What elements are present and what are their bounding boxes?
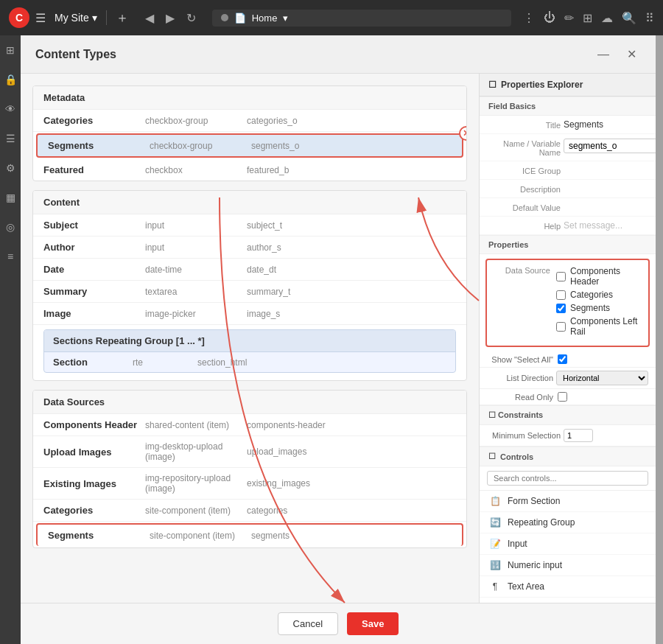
sidebar-icon-eye[interactable]: 👁 xyxy=(1,100,19,118)
modal-title: Content Types xyxy=(35,48,116,61)
prop-help-row: Help Set message... xyxy=(480,217,656,235)
field-date: Date date-time date_dt xyxy=(33,259,466,281)
prop-help-label: Help xyxy=(487,220,561,231)
field-var-summary: summary_t xyxy=(247,287,290,297)
control-text-area[interactable]: ¶ Text Area xyxy=(480,576,656,598)
nested-field-type-section: rte xyxy=(133,357,192,368)
site-selector[interactable]: My Site ▾ xyxy=(55,12,97,24)
power-icon[interactable]: ⏻ xyxy=(544,11,555,25)
nested-field-name-section: Section xyxy=(53,357,127,368)
control-rich-text-editor[interactable]: </> Rich Text Editor xyxy=(480,598,656,603)
controls-title: ☐ Controls xyxy=(480,447,656,466)
nested-section-field: Section rte section_html xyxy=(44,352,455,372)
input-icon: 📝 xyxy=(488,537,502,550)
field-type-featured: checkbox xyxy=(145,165,241,175)
show-select-all-checkbox[interactable] xyxy=(558,354,567,364)
datasources-header: Data Sources xyxy=(33,391,466,414)
list-direction-label: List Direction xyxy=(487,374,553,382)
properties-explorer-header: ☐ Properties Explorer xyxy=(480,74,656,97)
min-selection-label: Minimum Selection xyxy=(487,431,561,440)
field-name-featured: Featured xyxy=(43,164,139,175)
field-existing-images: Existing Images img-repository-upload (i… xyxy=(33,468,466,500)
field-name-segments-ds: Segments xyxy=(48,530,144,541)
app-logo[interactable]: C xyxy=(9,7,29,28)
sidebar-icon-lock[interactable]: 🔒 xyxy=(1,71,19,88)
sidebar-icon-circle[interactable]: ◎ xyxy=(1,218,19,236)
field-name-author: Author xyxy=(43,242,139,253)
read-only-label: Read Only xyxy=(487,393,553,402)
more-options-icon[interactable]: ⋮ xyxy=(523,11,535,25)
sidebar-icon-panels[interactable]: ▦ xyxy=(1,189,19,206)
checkbox-segments: Segments xyxy=(553,301,644,315)
checkbox-categories-input[interactable] xyxy=(556,290,566,300)
field-name-summary: Summary xyxy=(43,286,139,297)
checkbox-components-left-rail-input[interactable] xyxy=(556,322,566,332)
address-text: Home xyxy=(252,13,278,24)
cancel-button[interactable]: Cancel xyxy=(278,612,338,635)
read-only-checkbox[interactable] xyxy=(558,392,567,402)
apps-icon[interactable]: ⊞ xyxy=(583,11,592,25)
field-var-upload-images: upload_images xyxy=(247,447,306,457)
varname-container: ⧉ xyxy=(564,138,656,154)
modal-header: Content Types — ✕ xyxy=(21,35,656,74)
field-name-date: Date xyxy=(43,264,139,275)
min-selection-input[interactable] xyxy=(564,429,593,442)
read-only-row: Read Only xyxy=(480,389,656,405)
field-segments-ds[interactable]: Segments site-component (item) segments xyxy=(36,523,463,546)
prop-varname-label: Name / Variable Name xyxy=(487,138,561,157)
field-var-categories: categories_o xyxy=(247,116,298,126)
field-featured: Featured checkbox featured_b xyxy=(33,159,466,181)
prop-description-label: Description xyxy=(487,183,561,194)
prop-default-value-row: Default Value xyxy=(480,198,656,217)
control-repeating-group[interactable]: 🔄 Repeating Group xyxy=(480,512,656,533)
form-section-icon: 📋 xyxy=(488,494,502,508)
search-icon[interactable]: 🔍 xyxy=(622,11,636,25)
nav-refresh-button[interactable]: ↻ xyxy=(182,8,200,28)
checkbox-segments-input[interactable] xyxy=(556,304,566,313)
checkbox-components-header-input[interactable] xyxy=(556,272,566,281)
datasources-section: Data Sources Components Header shared-co… xyxy=(32,390,467,548)
add-button[interactable]: ＋ xyxy=(116,9,129,27)
modal-header-icons: — ✕ xyxy=(593,46,641,63)
checkbox-components-header-label: Components Header xyxy=(570,266,641,287)
sync-icon[interactable]: ☁ xyxy=(601,11,613,25)
field-name-existing-images: Existing Images xyxy=(43,478,139,489)
address-chevron: ▾ xyxy=(283,13,288,24)
prop-title-label: Title xyxy=(487,119,561,130)
left-sidebar: ⊞ 🔒 👁 ☰ ⚙ ▦ ◎ ≡ xyxy=(0,35,21,644)
show-select-all-row: Show "Select All" xyxy=(480,351,656,368)
sidebar-icon-menu[interactable]: ☰ xyxy=(1,130,19,147)
page-icon: 📄 xyxy=(234,13,246,24)
modal-footer: Cancel Save xyxy=(21,603,656,644)
hamburger-icon[interactable]: ☰ xyxy=(35,11,46,25)
modal-close-button[interactable]: ✕ xyxy=(622,46,641,63)
modal-minimize-button[interactable]: — xyxy=(593,46,614,63)
metadata-section-header: Metadata xyxy=(33,86,466,110)
list-direction-select[interactable]: Horizontal Vertical xyxy=(556,371,648,385)
field-segments[interactable]: Segments checkbox-group segments_o xyxy=(36,133,463,158)
separator xyxy=(106,10,107,25)
field-type-categories: checkbox-group xyxy=(145,116,241,126)
nav-back-button[interactable]: ◀ xyxy=(141,8,158,28)
sidebar-icon-gear[interactable]: ⚙ xyxy=(1,159,19,177)
grid-icon[interactable]: ⠿ xyxy=(645,11,654,25)
prop-ice-group-label: ICE Group xyxy=(487,165,561,175)
address-bar[interactable]: 📄 Home ▾ xyxy=(212,10,511,27)
properties-explorer-title: Properties Explorer xyxy=(501,80,583,90)
control-form-section[interactable]: 📋 Form Section xyxy=(480,491,656,512)
list-direction-row: List Direction Horizontal Vertical xyxy=(480,368,656,389)
input-label: Input xyxy=(508,539,527,549)
checkbox-components-header: Components Header xyxy=(553,265,644,288)
control-input[interactable]: 📝 Input xyxy=(480,533,656,555)
edit-icon[interactable]: ✏ xyxy=(564,11,574,25)
nav-forward-button[interactable]: ▶ xyxy=(161,8,179,28)
varname-input[interactable] xyxy=(564,139,656,153)
save-button[interactable]: Save xyxy=(347,612,399,635)
sidebar-icon-grid[interactable]: ⊞ xyxy=(1,41,19,59)
prop-varname-row: Name / Variable Name ⧉ xyxy=(480,134,656,161)
control-numeric-input[interactable]: 🔢 Numeric input xyxy=(480,555,656,576)
field-type-components-header: shared-content (item) xyxy=(145,420,241,430)
properties-explorer-checkbox[interactable]: ☐ xyxy=(488,80,497,90)
search-controls-input[interactable] xyxy=(487,471,648,486)
sidebar-icon-list[interactable]: ≡ xyxy=(1,248,19,265)
